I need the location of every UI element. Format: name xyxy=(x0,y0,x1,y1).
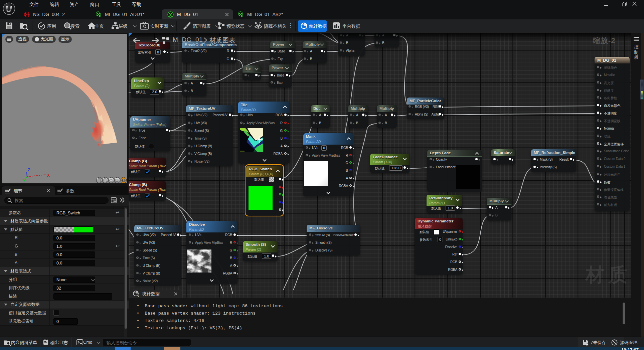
svg-text:i: i xyxy=(138,295,139,297)
svg-text:Y: Y xyxy=(23,179,25,183)
svg-text:Z: Z xyxy=(28,168,30,172)
svg-text:x: x xyxy=(100,16,101,17)
svg-text:i: i xyxy=(307,27,308,30)
svg-text:X: X xyxy=(47,173,50,178)
